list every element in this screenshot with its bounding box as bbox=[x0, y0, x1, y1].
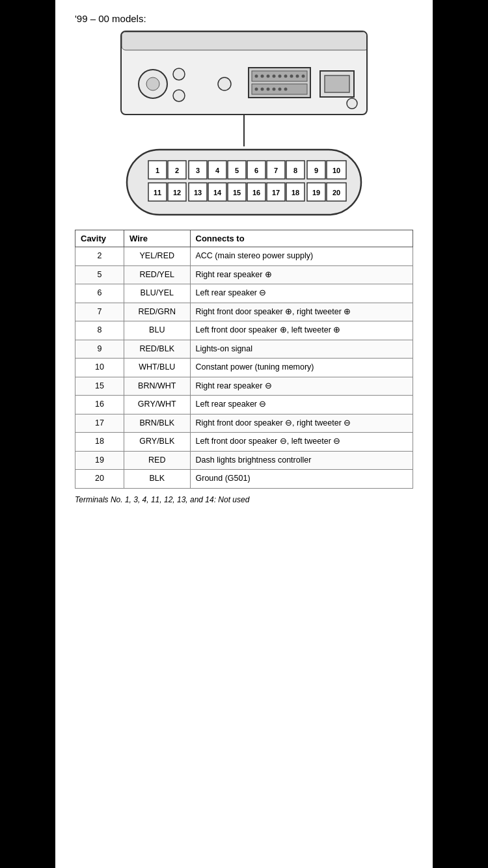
page-content: '99 – 00 models: bbox=[55, 0, 433, 868]
table-row: 15BRN/WHTRight rear speaker ⊖ bbox=[75, 377, 413, 396]
cell-connects: Dash lights brightness controller bbox=[190, 451, 413, 470]
cell-cavity: 19 bbox=[75, 451, 124, 470]
cell-wire: GRY/BLK bbox=[124, 433, 190, 452]
svg-text:4: 4 bbox=[215, 167, 220, 174]
cell-wire: RED/GRN bbox=[124, 303, 190, 321]
cell-cavity: 6 bbox=[75, 284, 124, 303]
svg-point-2 bbox=[146, 77, 159, 90]
cell-connects: Right rear speaker ⊖ bbox=[190, 377, 413, 396]
cell-connects: Left front door speaker ⊕, left tweeter … bbox=[190, 321, 413, 340]
arrow-line bbox=[243, 115, 245, 146]
svg-text:11: 11 bbox=[154, 189, 161, 197]
svg-point-4 bbox=[173, 90, 185, 102]
svg-text:13: 13 bbox=[194, 189, 202, 197]
cell-cavity: 17 bbox=[75, 414, 124, 433]
svg-point-21 bbox=[273, 88, 276, 91]
svg-point-23 bbox=[284, 88, 288, 91]
cell-wire: RED/BLK bbox=[124, 340, 190, 359]
svg-point-12 bbox=[278, 75, 282, 78]
svg-point-11 bbox=[273, 75, 276, 78]
svg-point-19 bbox=[261, 88, 264, 91]
svg-text:7: 7 bbox=[274, 167, 278, 174]
svg-point-13 bbox=[284, 75, 288, 78]
svg-text:18: 18 bbox=[291, 189, 299, 197]
cell-connects: Ground (G501) bbox=[190, 470, 413, 489]
cell-wire: GRY/WHT bbox=[124, 396, 190, 414]
cell-wire: BRN/WHT bbox=[124, 377, 190, 396]
svg-point-5 bbox=[218, 77, 231, 90]
table-row: 7RED/GRNRight front door speaker ⊕, righ… bbox=[75, 303, 413, 321]
col-header-wire: Wire bbox=[124, 230, 190, 247]
cell-connects: ACC (main stereo power supply) bbox=[190, 247, 413, 266]
table-row: 19REDDash lights brightness controller bbox=[75, 451, 413, 470]
cell-cavity: 18 bbox=[75, 433, 124, 452]
table-row: 16GRY/WHTLeft rear speaker ⊖ bbox=[75, 396, 413, 414]
cell-connects: Right front door speaker ⊖, right tweete… bbox=[190, 414, 413, 433]
connector-pill-diagram: 1 2 3 4 5 6 7 8 9 10 11 12 bbox=[124, 146, 364, 218]
cell-wire: BRN/BLK bbox=[124, 414, 190, 433]
cell-wire: BLU bbox=[124, 321, 190, 340]
svg-text:19: 19 bbox=[312, 189, 320, 197]
cell-connects: Constant power (tuning memory) bbox=[190, 359, 413, 377]
svg-point-14 bbox=[290, 75, 293, 78]
cell-connects: Left front door speaker ⊖, left tweeter … bbox=[190, 433, 413, 452]
table-row: 9RED/BLKLights-on signal bbox=[75, 340, 413, 359]
cell-connects: Right rear speaker ⊕ bbox=[190, 265, 413, 284]
svg-text:12: 12 bbox=[173, 189, 181, 197]
svg-text:10: 10 bbox=[332, 167, 340, 174]
svg-text:1: 1 bbox=[156, 167, 159, 174]
cell-connects: Left rear speaker ⊖ bbox=[190, 396, 413, 414]
table-row: 5RED/YELRight rear speaker ⊕ bbox=[75, 265, 413, 284]
svg-text:9: 9 bbox=[314, 167, 318, 174]
svg-point-18 bbox=[255, 88, 258, 91]
svg-text:2: 2 bbox=[175, 167, 179, 174]
svg-point-3 bbox=[173, 68, 185, 80]
table-row: 18GRY/BLKLeft front door speaker ⊖, left… bbox=[75, 433, 413, 452]
cell-cavity: 5 bbox=[75, 265, 124, 284]
svg-point-16 bbox=[302, 75, 305, 78]
table-row: 20BLKGround (G501) bbox=[75, 470, 413, 489]
cell-connects: Right front door speaker ⊕, right tweete… bbox=[190, 303, 413, 321]
cell-connects: Lights-on signal bbox=[190, 340, 413, 359]
cell-wire: YEL/RED bbox=[124, 247, 190, 266]
cell-connects: Left rear speaker ⊖ bbox=[190, 284, 413, 303]
svg-point-15 bbox=[296, 75, 299, 78]
col-header-cavity: Cavity bbox=[75, 230, 124, 247]
svg-point-10 bbox=[267, 75, 270, 78]
svg-text:8: 8 bbox=[293, 167, 297, 174]
cell-cavity: 16 bbox=[75, 396, 124, 414]
diagram-container: 1 2 3 4 5 6 7 8 9 10 11 12 bbox=[75, 31, 413, 218]
cell-wire: RED/YEL bbox=[124, 265, 190, 284]
svg-text:15: 15 bbox=[233, 189, 241, 197]
cell-wire: WHT/BLU bbox=[124, 359, 190, 377]
cell-cavity: 15 bbox=[75, 377, 124, 396]
cell-wire: BLK bbox=[124, 470, 190, 489]
table-row: 2YEL/REDACC (main stereo power supply) bbox=[75, 247, 413, 266]
cell-wire: BLU/YEL bbox=[124, 284, 190, 303]
svg-text:14: 14 bbox=[213, 189, 222, 197]
wiring-table-section: Cavity Wire Connects to 2YEL/REDACC (mai… bbox=[75, 230, 413, 489]
svg-text:17: 17 bbox=[272, 189, 280, 197]
svg-rect-0 bbox=[122, 32, 368, 50]
cell-cavity: 2 bbox=[75, 247, 124, 266]
cell-cavity: 8 bbox=[75, 321, 124, 340]
col-header-connects: Connects to bbox=[190, 230, 413, 247]
table-row: 8BLULeft front door speaker ⊕, left twee… bbox=[75, 321, 413, 340]
table-row: 17BRN/BLKRight front door speaker ⊖, rig… bbox=[75, 414, 413, 433]
svg-point-9 bbox=[261, 75, 264, 78]
page-title: '99 – 00 models: bbox=[75, 13, 413, 24]
wiring-table: Cavity Wire Connects to 2YEL/REDACC (mai… bbox=[75, 230, 413, 489]
svg-point-22 bbox=[278, 88, 282, 91]
radio-unit-diagram bbox=[120, 31, 368, 115]
cell-cavity: 10 bbox=[75, 359, 124, 377]
table-row: 10WHT/BLUConstant power (tuning memory) bbox=[75, 359, 413, 377]
cell-cavity: 7 bbox=[75, 303, 124, 321]
svg-text:6: 6 bbox=[254, 167, 258, 174]
table-row: 6BLU/YELLeft rear speaker ⊖ bbox=[75, 284, 413, 303]
svg-text:5: 5 bbox=[235, 167, 239, 174]
svg-text:3: 3 bbox=[196, 167, 200, 174]
svg-point-26 bbox=[347, 98, 357, 109]
cell-wire: RED bbox=[124, 451, 190, 470]
cell-cavity: 9 bbox=[75, 340, 124, 359]
svg-point-20 bbox=[267, 88, 270, 91]
